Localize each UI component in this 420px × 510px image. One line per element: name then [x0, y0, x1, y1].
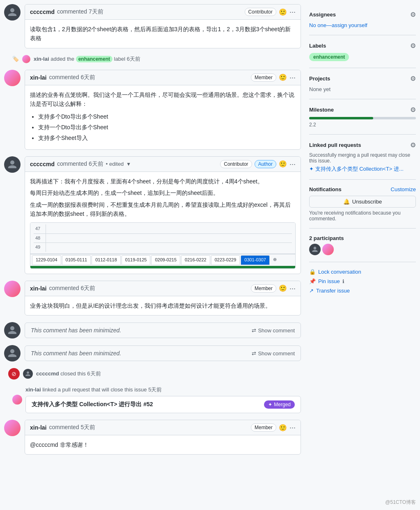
- comment-header-right-1: Contributor 🙂 ···: [245, 8, 296, 16]
- closed-event-text: cccccmd closed this 6天前: [36, 370, 101, 377]
- assignees-header: Assignees ⚙: [309, 11, 416, 18]
- row-48-data: [46, 234, 292, 243]
- assignees-value[interactable]: No one—assign yourself: [309, 22, 367, 28]
- more-button-3[interactable]: ···: [289, 160, 296, 168]
- linked-pr-event-text: xin-lai linked a pull request that will …: [25, 386, 301, 393]
- sidebar-milestone: Milestone ⚙ 2.2: [309, 99, 416, 135]
- comment-body-4: 业务这块我明白，但是从IE的设计理念出发，我们得考虑清楚如何设计才能更符合通用的…: [25, 296, 301, 315]
- member-badge-2: Member: [251, 73, 276, 82]
- show-comment-button-2[interactable]: ⇄ Show comment: [252, 350, 295, 357]
- comment-text-3a: 我再描述下：我有个月度报表，里面有4个sheet，分别是每个周的周度统计，4周4…: [30, 177, 296, 186]
- show-comment-icon-2: ⇄: [252, 350, 256, 357]
- sidebar-notifications: Notifications Customize 🔔 Unsubscribe Yo…: [309, 180, 416, 229]
- tab-0216-0222[interactable]: 0216-0222: [181, 255, 210, 265]
- tab-0112-0118[interactable]: 0112-0118: [92, 255, 121, 265]
- emoji-button-2[interactable]: 🙂: [279, 73, 287, 81]
- pin-issue[interactable]: 📌 Pin issue ℹ: [309, 278, 416, 284]
- comment-wrapper-1: cccccmd commented 7天前 Contributor 🙂 ··· …: [4, 4, 301, 48]
- linked-pr-ref[interactable]: ✦ 支持传入多个类型 Collection<T> 进...: [309, 165, 416, 173]
- merged-label: Merged: [274, 402, 291, 407]
- pin-info-icon: ℹ: [342, 279, 344, 284]
- participants-title: 2 participants: [309, 235, 416, 241]
- comment-box-last: xin-lai commented 5天前 Member 🙂 ··· @cccc…: [25, 420, 301, 455]
- more-button-last[interactable]: ···: [289, 424, 296, 431]
- sidebar-projects: Projects ⚙ None yet: [309, 68, 416, 99]
- merged-icon: ✦: [268, 402, 272, 407]
- linked-pr-ref-text: ✦ 支持传入多个类型 Collection<T> 进...: [309, 165, 404, 173]
- minimized-box-1: This comment has been minimized. ⇄ Show …: [25, 322, 301, 338]
- comment-header-2: xin-lai commented 6天前 Member 🙂 ···: [25, 70, 301, 85]
- comment-header-right-2: Member 🙂 ···: [251, 73, 296, 82]
- milestone-gear[interactable]: ⚙: [410, 106, 416, 114]
- comment-header-3: cccccmd commented 6天前 • edited ▼ Contrib…: [25, 157, 301, 172]
- transfer-issue[interactable]: ↗ Transfer issue: [309, 288, 416, 294]
- row-num-47: 47: [34, 224, 46, 233]
- label-event: 🏷️ xin-lai added the enhancement label 6…: [4, 55, 301, 63]
- projects-title: Projects: [309, 75, 330, 82]
- emoji-button-3[interactable]: 🙂: [279, 160, 287, 168]
- milestone-header: Milestone ⚙: [309, 106, 416, 114]
- unsubscribe-button[interactable]: 🔔 Unsubscribe: [309, 196, 416, 208]
- emoji-button-1[interactable]: 🙂: [279, 8, 287, 16]
- comment-header-left-4: xin-lai commented 6天前: [30, 285, 248, 292]
- list-item-1: 支持多个Dto导出多个Sheet: [38, 112, 296, 121]
- notifications-customize[interactable]: Customize: [391, 186, 416, 192]
- tab-0105-0111[interactable]: 0105-0111: [62, 255, 91, 265]
- edited-dropdown[interactable]: ▼: [126, 161, 131, 167]
- comment-header-last: xin-lai commented 5天前 Member 🙂 ···: [25, 420, 301, 435]
- sidebar-assignees: Assignees ⚙ No one—assign yourself: [309, 4, 416, 35]
- minimized-box-2: This comment has been minimized. ⇄ Show …: [25, 345, 301, 361]
- comment-header-4: xin-lai commented 6天前 Member 🙂 ···: [25, 281, 301, 296]
- minimized-comment-1: This comment has been minimized. ⇄ Show …: [4, 322, 301, 338]
- row-num-49: 49: [34, 243, 46, 252]
- labels-gear[interactable]: ⚙: [410, 42, 416, 50]
- spreadsheet-row-49: 49: [34, 243, 292, 252]
- comment-list-2: 支持多个Dto导出多个Sheet 支持一个Dto导出多个Sheet 支持多个Sh…: [38, 112, 296, 143]
- comment-author-2: xin-lai: [30, 74, 46, 81]
- milestone-value: 2.2: [309, 122, 316, 128]
- list-item-3: 支持多个Sheet导入: [38, 133, 296, 142]
- avatar-linked-pr: [12, 395, 22, 405]
- avatar-4: [4, 281, 21, 297]
- show-comment-button-1[interactable]: ⇄ Show comment: [252, 327, 295, 334]
- tab-0209-0215[interactable]: 0209-0215: [151, 255, 180, 265]
- comment-text-3b: 每周日开始动态生成本周的，生成一个sheet，追加到上一周的sheet后面。: [30, 188, 296, 197]
- comment-body-2: 描述的业务有点笼统啊。我们这个是一个工具组件，尽可能会实现一些通用的场景。您这个…: [25, 85, 301, 149]
- add-tab-button[interactable]: ⊕: [271, 255, 279, 265]
- contributor-badge-1: Contributor: [245, 8, 276, 16]
- tab-0301-0307[interactable]: 0301-0307: [241, 255, 270, 265]
- label-event-icon: 🏷️: [12, 56, 19, 62]
- assignees-title: Assignees: [309, 11, 336, 18]
- tab-0223-0229[interactable]: 0223-0229: [211, 255, 240, 265]
- label-event-text: xin-lai added the enhancement label 6天前: [34, 55, 140, 63]
- tab-1229-0104[interactable]: 1229-0104: [32, 255, 61, 265]
- avatar-last: [4, 420, 21, 436]
- linked-pr-title: 支持传入多个类型 Collection<T> 进行导出 #52: [32, 401, 153, 408]
- linked-prs-gear[interactable]: ⚙: [410, 141, 416, 149]
- more-button-4[interactable]: ···: [289, 285, 296, 292]
- enhancement-chip[interactable]: enhancement: [309, 53, 349, 61]
- more-button-2[interactable]: ···: [289, 74, 296, 81]
- projects-gear[interactable]: ⚙: [410, 75, 416, 82]
- assignees-gear[interactable]: ⚙: [410, 11, 416, 18]
- emoji-button-last[interactable]: 🙂: [279, 424, 287, 432]
- lock-icon: 🔒: [309, 269, 316, 275]
- show-comment-label-1: Show comment: [258, 327, 295, 334]
- more-button-1[interactable]: ···: [289, 8, 296, 16]
- lock-conversation[interactable]: 🔒 Lock conversation: [309, 269, 416, 275]
- lock-label: Lock conversation: [318, 269, 361, 275]
- emoji-button-4[interactable]: 🙂: [279, 284, 287, 292]
- spreadsheet-row-48: 48: [34, 234, 292, 243]
- linked-pr-box: 支持传入多个类型 Collection<T> 进行导出 #52 ✦ Merged: [25, 396, 301, 413]
- notifications-header: Notifications Customize: [309, 186, 416, 192]
- sidebar: Assignees ⚙ No one—assign yourself Label…: [309, 4, 416, 461]
- comment-author-3: cccccmd: [30, 161, 55, 167]
- tab-0119-0125[interactable]: 0119-0125: [122, 255, 151, 265]
- green-status-bar: [30, 266, 295, 268]
- closed-event: ⊘ cccccmd closed this 6天前: [4, 368, 301, 380]
- linked-pr-content: xin-lai linked a pull request that will …: [25, 386, 301, 413]
- show-comment-label-2: Show comment: [258, 350, 295, 357]
- avatar-minimized-1: [4, 322, 21, 338]
- avatar-1: [4, 4, 21, 21]
- comment-text-2: 描述的业务有点笼统啊。我们这个是一个工具组件，尽可能会实现一些通用的场景。您这个…: [30, 90, 296, 109]
